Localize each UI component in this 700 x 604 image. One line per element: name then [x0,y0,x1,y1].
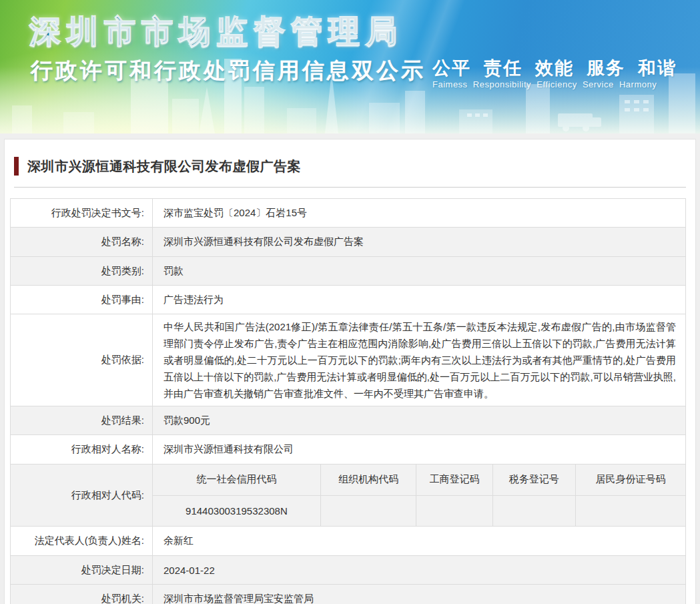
table-row-decision-date: 处罚决定日期: 2024-01-22 [11,556,686,585]
row-label: 处罚决定日期: [11,556,153,585]
code-value [492,495,575,526]
row-value: 罚款 [153,257,686,286]
row-label: 处罚名称: [11,228,153,257]
table-row-penalty-reason: 处罚事由: 广告违法行为 [11,286,686,314]
party-codes-table: 统一社会信用代码 组织机构代码 工商登记码 税务登记号 居民身份证号码 9144… [153,465,685,526]
row-value: 深市监宝处罚〔2024〕石岩15号 [153,199,686,228]
code-value [416,495,492,526]
code-column-header: 组织机构代码 [320,465,416,495]
row-value: 深圳市兴源恒通科技有限公司发布虚假广告案 [153,228,686,257]
table-row-penalty-result: 处罚结果: 罚款900元 [11,406,686,435]
code-column-header: 统一社会信用代码 [153,465,320,495]
row-label: 处罚事由: [11,286,153,314]
page-title: 深圳市兴源恒通科技有限公司发布虚假广告案 [27,158,301,176]
site-banner: 深圳市市场监督管理局 行政许可和行政处罚信用信息双公示 公平 责任 效能 服务 … [0,0,700,133]
title-accent-bar [14,157,19,176]
table-row-penalty-authority: 处罚机关: 深圳市市场监督管理局宝安监管局 [11,585,686,604]
party-codes-value-row: 91440300319532308N [153,495,685,526]
table-row-party-codes: 行政相对人代码: 统一社会信用代码 组织机构代码 工商登记码 税务登记号 居民身… [11,465,686,527]
table-row-party-name: 行政相对人名称: 深圳市兴源恒通科技有限公司 [11,435,686,465]
row-value: 深圳市兴源恒通科技有限公司 [153,435,686,465]
row-label: 处罚结果: [11,406,153,435]
row-value: 广告违法行为 [153,286,686,314]
penalty-record-table: 行政处罚决定书文号: 深市监宝处罚〔2024〕石岩15号 处罚名称: 深圳市兴源… [10,198,686,604]
row-label: 处罚机关: [11,585,153,604]
code-value [576,495,685,526]
row-label: 处罚依据: [11,314,153,406]
row-label: 处罚类别: [11,257,153,286]
row-label: 行政相对人名称: [11,435,153,465]
row-value: 余新红 [153,527,686,556]
slogan-english: Faimess Responsibility Efficiency Servic… [432,79,657,89]
party-codes-header-row: 统一社会信用代码 组织机构代码 工商登记码 税务登记号 居民身份证号码 [153,465,685,495]
code-value: 91440300319532308N [153,495,320,526]
row-value: 2024-01-22 [153,556,686,585]
row-value: 中华人民共和国广告法(2021修正)/第五章法律责任/第五十五条/第一款违反本法… [153,314,686,406]
row-label: 行政处罚决定书文号: [11,199,153,228]
code-value [320,495,416,526]
party-codes-cell: 统一社会信用代码 组织机构代码 工商登记码 税务登记号 居民身份证号码 9144… [153,465,686,527]
title-separator [14,187,686,188]
table-row-legal-representative: 法定代表人(负责人)姓名: 余新红 [11,527,686,556]
row-value: 罚款900元 [153,406,686,435]
banner-subtitle: 行政许可和行政处罚信用信息双公示 [31,56,426,86]
code-column-header: 工商登记码 [416,465,492,495]
agency-title: 深圳市市场监督管理局 [29,11,403,53]
article-header: 深圳市兴源恒通科技有限公司发布虚假广告案 [10,139,690,188]
code-column-header: 居民身份证号码 [576,465,685,495]
table-row-document-number: 行政处罚决定书文号: 深市监宝处罚〔2024〕石岩15号 [11,199,686,228]
row-label: 行政相对人代码: [11,465,153,527]
table-row-penalty-name: 处罚名称: 深圳市兴源恒通科技有限公司发布虚假广告案 [11,228,686,257]
content-card: 深圳市兴源恒通科技有限公司发布虚假广告案 行政处罚决定书文号: 深市监宝处罚〔2… [4,139,696,604]
table-row-penalty-basis: 处罚依据: 中华人民共和国广告法(2021修正)/第五章法律责任/第五十五条/第… [11,314,686,406]
row-value: 深圳市市场监督管理局宝安监管局 [153,585,686,604]
row-label: 法定代表人(负责人)姓名: [11,527,153,556]
table-row-penalty-category: 处罚类别: 罚款 [11,257,686,286]
slogan-chinese: 公平 责任 效能 服务 和谐 [432,56,677,80]
code-column-header: 税务登记号 [492,465,575,495]
